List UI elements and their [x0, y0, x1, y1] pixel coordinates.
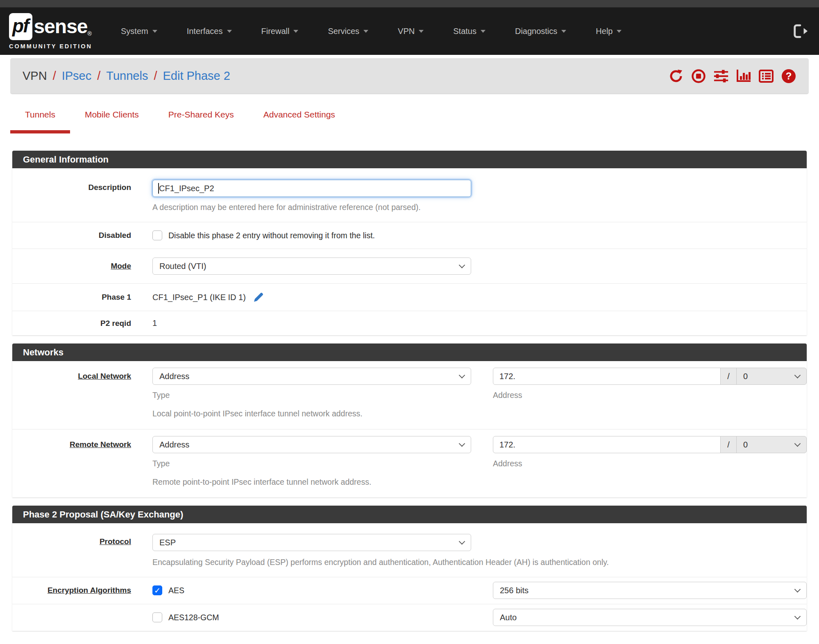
logo-sense-text: sense	[34, 15, 87, 38]
panel-header-phase2-proposal: Phase 2 Proposal (SA/Key Exchange)	[12, 506, 807, 523]
nav-menu-label: VPN	[398, 27, 415, 36]
text-cursor	[158, 183, 159, 194]
breadcrumb-link-tunnels[interactable]: Tunnels	[106, 69, 148, 83]
pfsense-logo[interactable]: pf sense ® COMMUNITY EDITION	[9, 13, 92, 50]
tab-pre-shared-keys[interactable]: Pre-Shared Keys	[154, 110, 249, 133]
disabled-checkbox-label: Disable this phase 2 entry without remov…	[168, 231, 375, 240]
slash-separator: /	[720, 368, 737, 385]
local-network-type-caption: Type	[152, 391, 471, 400]
chevron-down-icon	[152, 30, 157, 33]
chevron-down-icon	[794, 586, 801, 593]
nav-menu-status[interactable]: Status	[453, 27, 486, 36]
breadcrumb-link-ipsec[interactable]: IPsec	[62, 69, 92, 83]
form-row-local-network: Local Network Address Type Local point-t…	[12, 361, 807, 429]
aes-checkbox[interactable]	[152, 585, 162, 595]
p2reqid-value: 1	[152, 319, 157, 328]
nav-menu-services[interactable]: Services	[328, 27, 368, 36]
tab-label: Tunnels	[25, 110, 55, 120]
remote-network-type-select[interactable]: Address	[152, 436, 471, 453]
local-network-prefix-select[interactable]: 0	[736, 368, 807, 385]
remote-network-address-caption: Address	[493, 459, 807, 468]
chevron-down-icon	[794, 372, 801, 379]
encryption-algorithms-label: Encryption Algorithms	[12, 586, 131, 595]
form-row-protocol: Protocol ESP Encapsulating Security Payl…	[12, 523, 807, 577]
local-network-address-caption: Address	[493, 391, 807, 400]
logo-edition-text: COMMUNITY EDITION	[9, 43, 92, 50]
panel-header-general: General Information	[12, 151, 807, 168]
breadcrumb-root: VPN	[23, 69, 47, 83]
bar-chart-icon[interactable]	[736, 68, 751, 84]
panel-phase2-proposal: Phase 2 Proposal (SA/Key Exchange) Proto…	[12, 506, 807, 631]
nav-menu-label: Diagnostics	[515, 27, 557, 36]
disabled-checkbox[interactable]	[152, 230, 162, 240]
chevron-down-icon	[459, 262, 465, 269]
nav-menu-label: Firewall	[261, 27, 290, 36]
form-row-encryption-aes128gcm: AES128-GCM Auto	[12, 604, 807, 631]
logo-registered-mark: ®	[88, 30, 92, 37]
nav-menu-interfaces[interactable]: Interfaces	[187, 27, 232, 36]
tab-advanced-settings[interactable]: Advanced Settings	[249, 110, 350, 133]
nav-menu-firewall[interactable]: Firewall	[261, 27, 299, 36]
stop-circle-icon[interactable]	[691, 68, 706, 84]
sliders-icon[interactable]	[713, 68, 729, 84]
panel-networks: Networks Local Network Address Type Loca…	[12, 343, 807, 497]
tab-tunnels[interactable]: Tunnels	[10, 110, 70, 133]
local-network-address-input[interactable]	[493, 368, 721, 385]
tab-label: Mobile Clients	[85, 110, 139, 120]
description-input[interactable]	[152, 180, 471, 197]
remote-network-prefix-value: 0	[743, 440, 748, 450]
chevron-down-icon	[794, 613, 801, 620]
phase1-label: Phase 1	[12, 293, 131, 302]
protocol-select-value: ESP	[159, 538, 176, 547]
navbar-menu: System Interfaces Firewall Services VPN …	[121, 27, 622, 36]
nav-menu-help[interactable]: Help	[596, 27, 622, 36]
edit-pencil-icon[interactable]	[252, 291, 265, 303]
aes128gcm-keylen-value: Auto	[500, 613, 517, 622]
form-row-remote-network: Remote Network Address Type Remote point…	[12, 429, 807, 497]
nav-menu-system[interactable]: System	[121, 27, 157, 36]
breadcrumb-link-edit-phase2[interactable]: Edit Phase 2	[163, 69, 230, 83]
mode-select[interactable]: Routed (VTI)	[152, 258, 471, 275]
nav-menu-label: Services	[328, 27, 359, 36]
svg-text:?: ?	[786, 70, 792, 81]
form-row-p2reqid: P2 reqid 1	[12, 311, 807, 335]
disabled-label: Disabled	[12, 231, 131, 240]
page-toolbar: ?	[668, 68, 796, 84]
remote-network-prefix-select[interactable]: 0	[736, 436, 807, 453]
remote-network-address-input[interactable]	[493, 436, 721, 453]
ipsec-tabs: Tunnels Mobile Clients Pre-Shared Keys A…	[10, 110, 809, 133]
remote-network-label: Remote Network	[12, 436, 131, 487]
description-help-text: A description may be entered here for ad…	[152, 203, 807, 212]
breadcrumb-bar: VPN / IPsec / Tunnels / Edit Phase 2	[10, 58, 809, 94]
aes-keylen-select[interactable]: 256 bits	[493, 582, 807, 599]
protocol-select[interactable]: ESP	[152, 534, 471, 551]
help-icon[interactable]: ?	[781, 68, 796, 84]
chevron-down-icon	[794, 441, 801, 447]
local-network-type-value: Address	[159, 372, 189, 381]
list-icon[interactable]	[758, 68, 774, 84]
nav-menu-label: Help	[596, 27, 613, 36]
phase1-value: CF1_IPsec_P1 (IKE ID 1)	[152, 293, 246, 302]
sign-out-icon[interactable]	[793, 23, 808, 39]
nav-menu-vpn[interactable]: VPN	[398, 27, 424, 36]
aes128gcm-keylen-select[interactable]: Auto	[493, 609, 807, 626]
chevron-down-icon	[459, 441, 465, 447]
remote-network-type-value: Address	[159, 440, 189, 450]
panel-general-information: General Information Description A descri…	[12, 151, 807, 335]
aes128gcm-checkbox[interactable]	[152, 612, 162, 622]
nav-menu-label: Status	[453, 27, 476, 36]
mode-select-value: Routed (VTI)	[159, 262, 206, 271]
breadcrumb-separator: /	[53, 69, 56, 83]
refresh-icon[interactable]	[668, 68, 684, 84]
window-top-strip	[0, 0, 819, 7]
breadcrumb: VPN / IPsec / Tunnels / Edit Phase 2	[23, 69, 230, 83]
chevron-down-icon	[459, 372, 465, 379]
chevron-down-icon	[293, 30, 298, 33]
description-label: Description	[12, 180, 131, 212]
nav-menu-diagnostics[interactable]: Diagnostics	[515, 27, 566, 36]
tab-mobile-clients[interactable]: Mobile Clients	[70, 110, 154, 133]
mode-label: Mode	[12, 262, 131, 271]
local-network-type-select[interactable]: Address	[152, 368, 471, 385]
local-network-label: Local Network	[12, 368, 131, 418]
aes128gcm-checkbox-label: AES128-GCM	[168, 613, 219, 622]
